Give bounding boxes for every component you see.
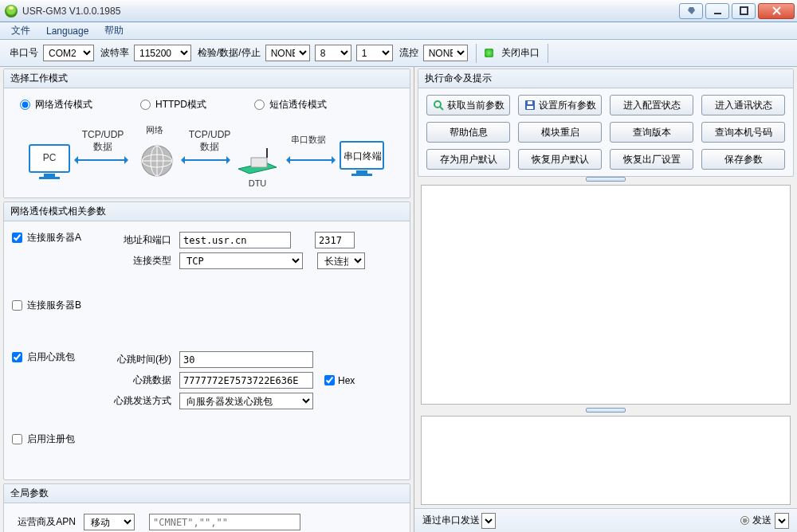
enter-comm-button[interactable]: 进入通讯状态	[701, 95, 785, 115]
netparams-title: 网络透传模式相关参数	[4, 202, 410, 221]
window-title: USR-GM3 V1.0.0.1985	[22, 6, 120, 17]
send-mode-select[interactable]	[775, 513, 789, 529]
workmode-group: 选择工作模式 网络透传模式 HTTPD模式 短信透传模式 PC TCP/UDP数…	[3, 68, 410, 198]
server-port-input[interactable]	[315, 232, 355, 248]
titlebar-help-button[interactable]	[679, 3, 703, 19]
restart-button[interactable]: 模块重启	[518, 122, 602, 143]
flow-select[interactable]: NONE	[423, 45, 468, 61]
mode-httpd-radio[interactable]: HTTPD模式	[140, 98, 206, 111]
log-textarea[interactable]	[421, 185, 791, 405]
svg-point-17	[434, 101, 441, 108]
svg-rect-4	[44, 174, 55, 177]
via-serial-select[interactable]	[481, 513, 496, 529]
svg-line-18	[440, 107, 443, 110]
heartbeat-send-select[interactable]: 向服务器发送心跳包	[179, 393, 313, 409]
enter-config-button[interactable]: 进入配置状态	[610, 95, 693, 115]
query-num-button[interactable]: 查询本机号码	[701, 122, 785, 143]
svg-rect-12	[251, 158, 267, 167]
apn-input[interactable]	[149, 514, 300, 530]
help-button[interactable]: 帮助信息	[426, 122, 510, 143]
splitter-bottom[interactable]	[421, 408, 791, 413]
server-addr-input[interactable]	[179, 232, 291, 248]
send-button[interactable]: 发送	[740, 513, 789, 529]
titlebar: USR-GM3 V1.0.0.1985	[0, 0, 797, 22]
databits-select[interactable]: 8	[315, 45, 351, 61]
heartbeat-time-input[interactable]	[179, 351, 313, 368]
heartbeat-data-input[interactable]	[179, 372, 313, 389]
cmd-title: 执行命令及提示	[418, 69, 793, 88]
cmd-group: 执行命令及提示 获取当前参数 设置所有参数 进入配置状态 进入通讯状态 帮助信息…	[418, 68, 794, 177]
via-serial-label: 通过串口发送	[422, 514, 480, 527]
server-b-checkbox[interactable]	[12, 300, 22, 311]
stopbits-select[interactable]: 1	[356, 45, 393, 61]
send-bar: 通过串口发送 发送	[414, 508, 797, 532]
heartbeat-checkbox[interactable]	[12, 352, 22, 362]
svg-rect-20	[527, 106, 533, 109]
toolbar: 串口号 COM2 波特率 115200 检验/数据/停止 NONE 8 1 流控…	[0, 40, 797, 67]
minimize-button[interactable]	[705, 3, 729, 19]
baud-label: 波特率	[100, 46, 129, 60]
svg-rect-0	[714, 13, 721, 14]
mode-net-radio[interactable]: 网络透传模式	[20, 98, 92, 111]
baud-select[interactable]: 115200	[134, 45, 191, 61]
restore-factory-button[interactable]: 恢复出厂设置	[610, 149, 693, 170]
menu-file[interactable]: 文件	[3, 22, 38, 39]
global-group: 全局参数 运营商及APN 移动 串口参数 串口波特率 115200 流控 NON…	[3, 483, 410, 532]
query-ver-button[interactable]: 查询版本	[610, 122, 693, 143]
topology-diagram: PC TCP/UDP数据 网络 TCP/UDP数据 DTU 串口数据	[20, 119, 394, 183]
pc-icon: PC	[28, 143, 74, 182]
svg-rect-1	[740, 7, 748, 14]
set-params-button[interactable]: 设置所有参数	[518, 95, 602, 115]
com-label: 串口号	[10, 46, 38, 60]
left-pane: 选择工作模式 网络透传模式 HTTPD模式 短信透传模式 PC TCP/UDP数…	[0, 67, 414, 532]
workmode-title: 选择工作模式	[4, 69, 410, 88]
svg-rect-15	[356, 170, 367, 174]
flow-label: 流控	[399, 46, 418, 60]
send-textarea[interactable]	[421, 416, 791, 505]
link-conn-select[interactable]: 长连接	[317, 252, 365, 269]
save-params-button[interactable]: 保存参数	[701, 149, 785, 170]
dtu-icon	[235, 148, 280, 177]
cds-label: 检验/数据/停止	[198, 46, 261, 60]
search-icon	[433, 100, 444, 111]
hex-checkbox[interactable]: Hex	[324, 375, 355, 386]
svg-rect-5	[39, 177, 60, 179]
com-select[interactable]: COM2	[43, 45, 94, 61]
app-icon	[5, 5, 18, 18]
mode-sms-radio[interactable]: 短信透传模式	[254, 98, 327, 111]
port-status-led	[485, 49, 493, 57]
bullet-icon	[740, 516, 749, 525]
server-a-checkbox[interactable]	[12, 233, 22, 243]
parity-select[interactable]: NONE	[265, 45, 310, 61]
maximize-button[interactable]	[732, 3, 756, 19]
close-button[interactable]	[758, 3, 795, 19]
splitter-top[interactable]	[421, 177, 791, 182]
get-params-button[interactable]: 获取当前参数	[426, 95, 510, 115]
menubar: 文件 Language 帮助	[0, 22, 797, 40]
menu-language[interactable]: Language	[38, 24, 96, 38]
save-user-button[interactable]: 存为用户默认	[426, 149, 510, 170]
global-title: 全局参数	[4, 484, 410, 503]
svg-rect-21	[528, 101, 532, 104]
right-pane: 执行命令及提示 获取当前参数 设置所有参数 进入配置状态 进入通讯状态 帮助信息…	[414, 67, 797, 532]
conn-type-select[interactable]: TCP	[179, 252, 303, 269]
globe-icon	[139, 143, 175, 178]
restore-user-button[interactable]: 恢复用户默认	[518, 149, 602, 170]
netparams-group: 网络透传模式相关参数 连接服务器A 地址和端口 连接类型 TCP 长连接 连接服…	[3, 201, 410, 480]
svg-rect-16	[351, 174, 372, 176]
menu-help[interactable]: 帮助	[96, 22, 132, 39]
save-icon	[524, 100, 536, 111]
svg-text:PC: PC	[43, 152, 57, 163]
regpkt-checkbox[interactable]	[12, 434, 22, 444]
apn-carrier-select[interactable]: 移动	[84, 514, 135, 530]
close-port-button[interactable]: 关闭串口	[501, 46, 540, 60]
